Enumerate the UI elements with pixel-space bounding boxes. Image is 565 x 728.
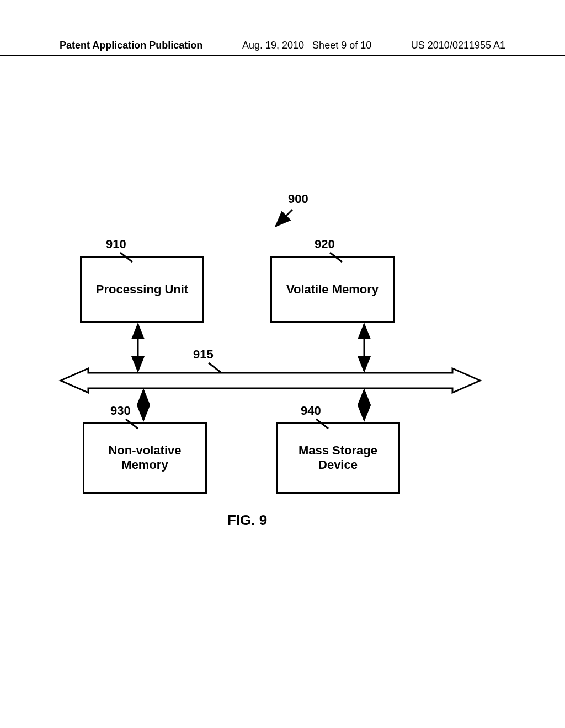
- ref-900: 900: [288, 192, 308, 206]
- ref-940: 940: [301, 404, 321, 418]
- block-mass-storage: Mass Storage Device: [276, 422, 400, 494]
- block-mass-storage-label: Mass Storage Device: [299, 443, 377, 472]
- ref-910: 910: [106, 237, 126, 251]
- header-left: Patent Application Publication: [60, 40, 202, 51]
- block-volatile-memory-label: Volatile Memory: [286, 282, 379, 297]
- bus-label: BUS: [234, 374, 258, 387]
- block-nonvolatile-memory: Non-volative Memory: [83, 422, 207, 494]
- ref-915: 915: [193, 347, 214, 362]
- block-volatile-memory: Volatile Memory: [270, 256, 395, 323]
- header-date: Aug. 19, 2010: [242, 40, 304, 51]
- figure-diagram: 900 910 920 Processing Unit Volatile Mem…: [0, 165, 565, 607]
- block-processing-unit-label: Processing Unit: [96, 282, 188, 297]
- block-nonvolatile-memory-label: Non-volative Memory: [108, 443, 181, 472]
- block-processing-unit: Processing Unit: [80, 256, 204, 323]
- page-header: Patent Application Publication Aug. 19, …: [0, 40, 565, 56]
- ref-930: 930: [110, 404, 131, 418]
- header-sheet: Sheet 9 of 10: [312, 40, 371, 51]
- figure-label: FIG. 9: [227, 512, 267, 529]
- ref-920: 920: [315, 237, 335, 251]
- header-center: Aug. 19, 2010 Sheet 9 of 10: [242, 40, 371, 51]
- header-pubno: US 2010/0211955 A1: [411, 40, 505, 51]
